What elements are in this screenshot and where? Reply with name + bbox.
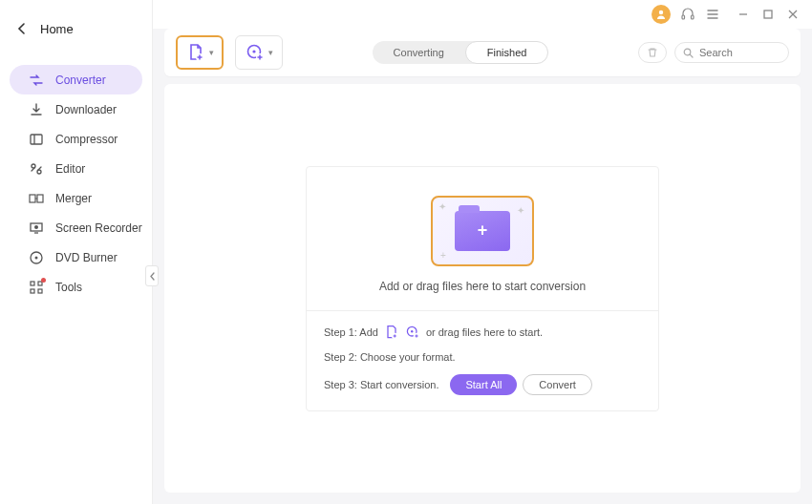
svg-rect-11 — [31, 289, 34, 293]
main: ▾ ▾ Converting Finished — [153, 0, 812, 504]
sidebar-collapse-button[interactable] — [145, 265, 159, 286]
close-button[interactable] — [785, 7, 801, 22]
sidebar-item-label: Converter — [55, 74, 106, 87]
svg-point-6 — [34, 225, 38, 229]
home-row[interactable]: Home — [0, 0, 152, 57]
toolbar: ▾ ▾ Converting Finished — [164, 29, 801, 76]
downloader-icon — [29, 102, 44, 117]
menu-icon[interactable] — [705, 7, 720, 22]
minimize-button[interactable] — [736, 7, 751, 22]
screen-recorder-icon — [29, 220, 44, 236]
sidebar-item-label: Screen Recorder — [55, 221, 142, 235]
svg-rect-9 — [31, 282, 34, 285]
trash-button[interactable] — [638, 42, 667, 63]
sidebar: Home Converter Downloader Compressor — [0, 0, 153, 504]
add-file-mini-icon — [384, 325, 399, 340]
sidebar-item-dvd-burner[interactable]: DVD Burner — [10, 242, 142, 272]
sidebar-item-tools[interactable]: Tools — [10, 272, 142, 302]
svg-point-13 — [659, 10, 663, 14]
svg-rect-0 — [31, 135, 42, 144]
search-input[interactable] — [699, 47, 776, 58]
dvd-burner-icon — [29, 250, 44, 265]
step-2: Step 2: Choose your format. — [324, 351, 641, 363]
avatar[interactable] — [652, 5, 671, 24]
home-label: Home — [40, 22, 74, 36]
titlebar — [153, 0, 812, 29]
step-3: Step 3: Start conversion. Start All Conv… — [324, 374, 641, 395]
sidebar-item-screen-recorder[interactable]: Screen Recorder — [10, 213, 142, 242]
svg-rect-15 — [692, 15, 694, 19]
add-files-dropzone[interactable]: ✦ + ✦ + — [431, 196, 534, 266]
folder-icon: + — [455, 211, 510, 251]
svg-rect-14 — [682, 15, 685, 19]
svg-point-19 — [252, 50, 255, 52]
nav: Converter Downloader Compressor Editor — [0, 57, 152, 302]
sidebar-item-label: DVD Burner — [55, 251, 118, 264]
sidebar-item-label: Merger — [55, 192, 92, 205]
add-file-button[interactable]: ▾ — [176, 35, 224, 70]
sidebar-item-converter[interactable]: Converter — [10, 65, 142, 94]
step-1: Step 1: Add or drag files here to start. — [324, 325, 641, 340]
chevron-down-icon: ▾ — [209, 48, 214, 57]
svg-rect-4 — [37, 195, 43, 202]
drop-card: ✦ + ✦ + Add or drag files here to start … — [306, 166, 659, 411]
add-disc-mini-icon — [405, 325, 420, 340]
compressor-icon — [29, 132, 44, 147]
svg-rect-16 — [764, 10, 772, 18]
sidebar-item-label: Editor — [55, 162, 85, 176]
search-box[interactable] — [674, 42, 789, 63]
dropzone-text: Add or drag files here to start conversi… — [379, 280, 586, 293]
convert-button[interactable]: Convert — [523, 374, 592, 395]
svg-point-24 — [411, 330, 413, 332]
chevron-down-icon: ▾ — [268, 48, 273, 57]
sidebar-item-label: Downloader — [55, 103, 117, 116]
sidebar-item-merger[interactable]: Merger — [10, 183, 142, 213]
headset-icon[interactable] — [680, 7, 695, 22]
maximize-button[interactable] — [760, 7, 776, 22]
sidebar-item-downloader[interactable]: Downloader — [10, 94, 142, 124]
converter-icon — [29, 73, 44, 88]
plus-icon: + — [478, 220, 488, 241]
sidebar-item-label: Tools — [55, 281, 82, 294]
sidebar-item-label: Compressor — [55, 133, 118, 146]
tab-converting[interactable]: Converting — [373, 41, 465, 64]
tab-finished[interactable]: Finished — [465, 41, 549, 64]
editor-icon — [29, 161, 44, 177]
start-all-button[interactable]: Start All — [450, 374, 517, 395]
steps: Step 1: Add or drag files here to start.… — [307, 310, 658, 410]
add-disc-button[interactable]: ▾ — [235, 35, 283, 70]
sidebar-item-editor[interactable]: Editor — [10, 154, 142, 183]
tools-icon — [29, 280, 44, 295]
search-icon — [683, 48, 694, 58]
state-tabs: Converting Finished — [373, 41, 549, 64]
svg-point-8 — [35, 256, 38, 259]
back-icon[interactable] — [17, 23, 27, 34]
merger-icon — [29, 191, 44, 206]
content: ✦ + ✦ + Add or drag files here to start … — [164, 84, 801, 493]
sidebar-item-compressor[interactable]: Compressor — [10, 124, 142, 154]
svg-rect-3 — [30, 195, 35, 202]
svg-rect-12 — [38, 289, 42, 293]
